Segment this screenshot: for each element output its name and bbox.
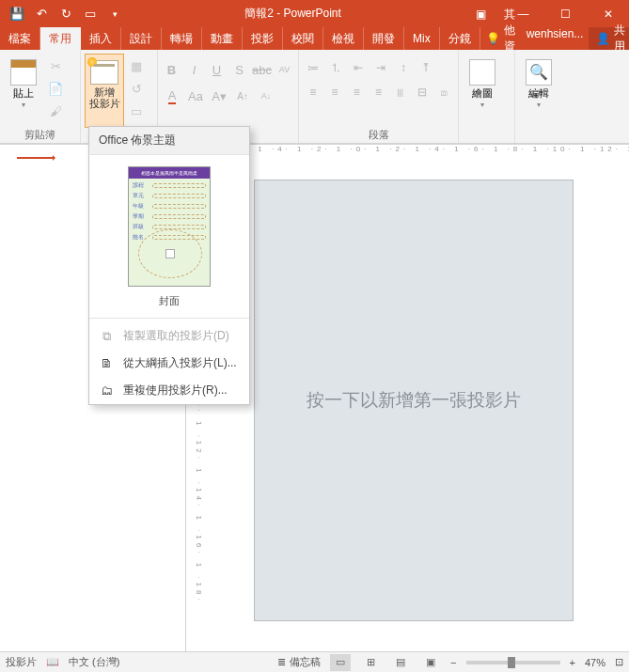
thumb-field-line — [152, 183, 206, 188]
thumb-field-line — [152, 214, 206, 219]
thumb-field-label: 班級 — [133, 223, 149, 231]
shrink-font-button[interactable]: A↓ — [256, 86, 276, 106]
thumb-field-line — [152, 194, 206, 198]
tab-animations[interactable]: 動畫 — [202, 27, 243, 50]
language-indicator[interactable]: 中文 (台灣) — [69, 655, 119, 669]
duplicate-icon: ⧉ — [99, 329, 114, 344]
paste-label: 貼上 — [13, 87, 34, 99]
align-right-button[interactable]: ≡ — [347, 82, 367, 102]
format-painter-button[interactable]: 🖌 — [45, 101, 66, 121]
redo-button[interactable]: ↻ — [55, 3, 77, 25]
account-name[interactable]: wenhsien... — [521, 27, 590, 50]
tab-transitions[interactable]: 轉場 — [162, 27, 202, 50]
group-paragraph-label: 段落 — [303, 128, 454, 143]
tab-design[interactable]: 設計 — [121, 27, 162, 50]
slide-indicator[interactable]: 投影片 — [6, 655, 37, 669]
copy-button[interactable]: 📄 — [45, 78, 66, 99]
spellcheck-icon[interactable]: 📖 — [46, 656, 59, 668]
sorter-view-button[interactable]: ⊞ — [360, 654, 381, 671]
tab-insert[interactable]: 插入 — [81, 27, 121, 50]
thumb-image-placeholder — [138, 229, 202, 278]
shadow-button[interactable]: S — [229, 59, 249, 80]
paste-icon — [10, 59, 37, 86]
qat-customize-button[interactable]: ▾ — [103, 3, 126, 25]
new-slide-gallery: Office 佈景主題 相思本是無風雨半是風雨柔 課程 單元 年級 學期 班級 … — [88, 126, 250, 405]
menu-duplicate-slides: ⧉複製選取的投影片(D) — [89, 322, 249, 350]
notes-icon: ≣ — [277, 656, 286, 668]
numbering-button[interactable]: ⒈ — [325, 57, 346, 78]
convert-smartart-button[interactable]: ⎄ — [434, 82, 454, 102]
layout-button[interactable]: ▦ — [126, 55, 147, 76]
ribbon-display-button[interactable]: ▣ — [460, 0, 502, 27]
editing-button[interactable]: 🔍編輯▾ — [519, 54, 558, 128]
increase-indent-button[interactable]: ⇥ — [370, 57, 391, 78]
notes-label: 備忘稿 — [290, 655, 321, 669]
reset-button[interactable]: ↺ — [126, 78, 147, 99]
zoom-slider-thumb[interactable] — [508, 657, 515, 668]
new-slide-icon — [90, 60, 118, 85]
undo-button[interactable]: ↶ — [30, 3, 53, 25]
layout-thumbnail-cover[interactable]: 相思本是無風雨半是風雨柔 課程 單元 年級 學期 班級 姓名 — [128, 166, 211, 287]
tell-me-search[interactable]: 💡其他資訊 — [480, 27, 521, 50]
share-button[interactable]: 👤共用 — [589, 27, 629, 50]
zoom-out-button[interactable]: − — [450, 657, 456, 668]
group-editing: 🔍編輯▾ — [515, 50, 572, 143]
clear-format-button[interactable]: A▾ — [209, 86, 229, 106]
line-spacing-button[interactable]: ↕ — [393, 57, 414, 78]
cut-button[interactable]: ✂ — [45, 55, 66, 76]
reading-view-button[interactable]: ▤ — [390, 654, 411, 671]
tab-slideshow[interactable]: 投影 — [243, 27, 283, 50]
zoom-slider[interactable] — [466, 661, 560, 664]
text-direction-button[interactable]: ⤒ — [416, 57, 436, 78]
new-slide-button[interactable]: 新增 投影片 — [85, 54, 124, 128]
tab-file[interactable]: 檔案 — [0, 27, 40, 50]
menu-slides-from-outline[interactable]: 🗎從大綱插入投影片(L)... — [89, 350, 249, 377]
char-spacing-button[interactable]: AV — [275, 59, 294, 80]
layout-name: 封面 — [159, 294, 180, 308]
bold-button[interactable]: B — [162, 59, 181, 80]
strikethrough-button[interactable]: abc — [252, 59, 272, 80]
fit-to-window-button[interactable]: ⊡ — [615, 656, 623, 668]
drawing-label: 繪圖 — [472, 87, 493, 99]
grow-font-button[interactable]: A↑ — [232, 86, 253, 106]
underline-button[interactable]: U — [207, 59, 227, 80]
find-icon: 🔍 — [526, 59, 552, 86]
align-text-button[interactable]: ⊟ — [412, 82, 432, 102]
drawing-button[interactable]: 繪圖▾ — [463, 54, 502, 128]
outline-icon: 🗎 — [99, 356, 114, 371]
justify-button[interactable]: ≡ — [369, 82, 388, 102]
maximize-button[interactable]: ☐ — [544, 0, 587, 27]
align-center-button[interactable]: ≡ — [324, 82, 344, 102]
menu-reuse-slides[interactable]: 🗂重複使用投影片(R)... — [89, 377, 249, 404]
thumb-field-label: 課程 — [133, 181, 149, 190]
slideshow-view-button[interactable]: ▣ — [420, 654, 441, 671]
save-button[interactable]: 💾 — [6, 3, 28, 25]
zoom-in-button[interactable]: + — [570, 657, 575, 668]
menu-item-label: 重複使用投影片(R)... — [123, 383, 228, 399]
bullets-button[interactable]: ≔ — [303, 57, 323, 78]
tab-developer[interactable]: 開發 — [364, 27, 404, 50]
tab-view[interactable]: 檢視 — [323, 27, 364, 50]
tab-mix[interactable]: Mix — [404, 27, 440, 50]
insertion-caret — [17, 157, 55, 159]
tab-addin[interactable]: 分鏡 — [440, 27, 480, 50]
font-color-button[interactable]: A — [162, 86, 182, 106]
align-left-button[interactable]: ≡ — [303, 82, 322, 102]
notes-button[interactable]: ≣備忘稿 — [277, 655, 321, 669]
change-case-button[interactable]: Aa — [185, 86, 206, 106]
zoom-level[interactable]: 47% — [585, 657, 605, 668]
decrease-indent-button[interactable]: ⇤ — [348, 57, 369, 78]
shapes-icon — [469, 59, 495, 86]
group-clipboard: 貼上 ▾ ✂ 📄 🖌 剪貼簿 — [0, 50, 81, 143]
normal-view-button[interactable]: ▭ — [330, 654, 351, 671]
columns-button[interactable]: ⫼ — [390, 82, 410, 102]
italic-button[interactable]: I — [184, 59, 204, 80]
status-bar: 投影片 📖 中文 (台灣) ≣備忘稿 ▭ ⊞ ▤ ▣ − + 47% ⊡ — [0, 651, 629, 672]
tab-home[interactable]: 常用 — [40, 27, 81, 50]
start-from-beginning-button[interactable]: ▭ — [79, 3, 102, 25]
section-button[interactable]: ▭ — [126, 101, 147, 121]
tab-review[interactable]: 校閱 — [283, 27, 323, 50]
paste-button[interactable]: 貼上 ▾ — [4, 54, 43, 128]
slide-canvas[interactable]: 按一下以新增第一張投影片 — [254, 180, 574, 621]
thumb-field-label: 單元 — [133, 192, 149, 200]
